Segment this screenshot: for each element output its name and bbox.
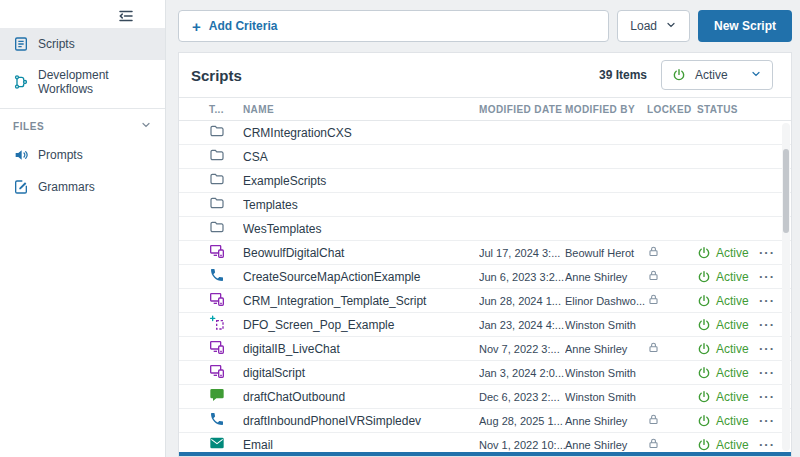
table-row[interactable]: CreateSourceMapActionExample Jun 6, 2023…	[179, 265, 791, 289]
power-icon	[697, 318, 711, 332]
digital-chat-icon	[209, 339, 225, 355]
table-row[interactable]: Templates	[179, 193, 791, 217]
row-menu-button[interactable]: ···	[759, 389, 775, 404]
modified-date: Dec 6, 2023 2:...	[479, 391, 565, 403]
lock-icon	[647, 437, 660, 450]
row-menu-button[interactable]: ···	[759, 341, 775, 356]
lock-icon	[647, 341, 660, 354]
status-text: Active	[716, 318, 749, 332]
add-criteria-button[interactable]: + Add Criteria	[178, 10, 609, 42]
modified-by: Anne Shirley	[565, 271, 647, 283]
table-row[interactable]: CRMIntegrationCXS	[179, 121, 791, 145]
panel-header: Scripts 39 Items Active	[179, 53, 791, 97]
table-row[interactable]: CSA	[179, 145, 791, 169]
script-name: draftInboundPhoneIVRSimpledev	[243, 414, 479, 428]
modified-by: Elinor Dashwo...	[565, 295, 647, 307]
sidebar-item-label: Development Workflows	[38, 68, 152, 96]
collapse-sidebar-icon[interactable]	[117, 7, 135, 25]
column-modified-by[interactable]: MODIFIED BY	[565, 104, 647, 115]
status-text: Active	[716, 414, 749, 428]
load-button[interactable]: Load	[617, 10, 690, 42]
row-menu-button[interactable]: ···	[759, 437, 775, 452]
column-status[interactable]: STATUS	[697, 104, 759, 115]
row-menu-button[interactable]: ···	[759, 365, 775, 380]
column-type[interactable]: T...	[209, 104, 243, 115]
power-icon	[697, 294, 711, 308]
row-menu-button[interactable]: ···	[759, 245, 775, 260]
script-name: DFO_Screen_Pop_Example	[243, 318, 479, 332]
table-row[interactable]: digitalIB_LiveChat Nov 7, 2022 3:... Ann…	[179, 337, 791, 361]
phone-icon	[209, 411, 225, 427]
sidebar-item-label: Scripts	[38, 37, 75, 51]
status-filter-dropdown[interactable]: Active	[661, 60, 773, 90]
table-row[interactable]: digitalScript Jan 3, 2024 2:0... Winston…	[179, 361, 791, 385]
folder-icon	[209, 195, 225, 211]
table-row[interactable]: DFO_Screen_Pop_Example Jan 23, 2024 4:..…	[179, 313, 791, 337]
sidebar-item-development-workflows[interactable]: Development Workflows	[0, 60, 165, 104]
table-row[interactable]: BeowulfDigitalChat Jul 17, 2024 3:... Be…	[179, 241, 791, 265]
status-cell: Active	[697, 438, 759, 452]
scripts-panel: Scripts 39 Items Active T... NAME MODIFI…	[178, 52, 792, 457]
scrollbar-thumb[interactable]	[783, 149, 789, 233]
table-row[interactable]: draftChatOutbound Dec 6, 2023 2:... Wins…	[179, 385, 791, 409]
modified-date: Aug 28, 2025 1...	[479, 415, 565, 427]
lock-icon	[647, 269, 660, 282]
app-window: Scripts Development Workflows FILES Prom…	[0, 0, 800, 457]
status-text: Active	[716, 366, 749, 380]
script-name: BeowulfDigitalChat	[243, 246, 479, 260]
prompts-icon	[13, 147, 29, 163]
column-name[interactable]: NAME	[243, 104, 479, 115]
status-cell: Active	[697, 414, 759, 428]
script-name: Templates	[243, 198, 479, 212]
column-modified-date[interactable]: MODIFIED DATE	[479, 104, 565, 115]
table-header: T... NAME MODIFIED DATE MODIFIED BY LOCK…	[179, 97, 791, 121]
toolbar: + Add Criteria Load New Script	[178, 10, 792, 42]
modified-date: Nov 1, 2022 10:...	[479, 439, 565, 451]
vertical-scrollbar[interactable]	[782, 123, 790, 451]
folder-icon	[209, 123, 225, 139]
status-cell: Active	[697, 318, 759, 332]
column-locked[interactable]: LOCKED	[647, 104, 697, 115]
sidebar: Scripts Development Workflows FILES Prom…	[0, 0, 166, 457]
scripts-icon	[13, 36, 29, 52]
power-icon	[697, 366, 711, 380]
digital-chat-icon	[209, 363, 225, 379]
files-section-header[interactable]: FILES	[0, 111, 165, 139]
modified-date: Jun 28, 2024 1...	[479, 295, 565, 307]
digital-chat-icon	[209, 291, 225, 307]
power-icon	[672, 68, 686, 82]
row-menu-button[interactable]: ···	[759, 293, 775, 308]
table-row[interactable]: CRM_Integration_Template_Script Jun 28, …	[179, 289, 791, 313]
sidebar-item-grammars[interactable]: Grammars	[0, 171, 165, 203]
modified-date: Jan 23, 2024 4:...	[479, 319, 565, 331]
chevron-down-icon	[140, 119, 152, 133]
table-row[interactable]: WesTemplates	[179, 217, 791, 241]
table-row[interactable]: ExampleScripts	[179, 169, 791, 193]
sidebar-item-scripts[interactable]: Scripts	[0, 28, 165, 60]
row-menu-button[interactable]: ···	[759, 317, 775, 332]
status-cell: Active	[697, 390, 759, 404]
new-script-button[interactable]: New Script	[698, 10, 792, 42]
script-name: WesTemplates	[243, 222, 479, 236]
sidebar-divider	[0, 108, 165, 109]
script-name: digitalScript	[243, 366, 479, 380]
load-label: Load	[630, 19, 657, 33]
status-cell: Active	[697, 342, 759, 356]
chevron-down-icon	[665, 19, 677, 34]
modified-by: Anne Shirley	[565, 439, 647, 451]
folder-icon	[209, 171, 225, 187]
email-icon	[209, 435, 225, 451]
status-cell: Active	[697, 270, 759, 284]
power-icon	[697, 270, 711, 284]
power-icon	[697, 246, 711, 260]
table-row[interactable]: draftInboundPhoneIVRSimpledev Aug 28, 20…	[179, 409, 791, 433]
add-criteria-label: Add Criteria	[209, 19, 278, 33]
status-cell: Active	[697, 366, 759, 380]
row-menu-button[interactable]: ···	[759, 413, 775, 428]
sidebar-item-prompts[interactable]: Prompts	[0, 139, 165, 171]
phone-icon	[209, 267, 225, 283]
table-body: CRMIntegrationCXS CSA Ex	[179, 121, 791, 456]
script-name: CRM_Integration_Template_Script	[243, 294, 479, 308]
row-menu-button[interactable]: ···	[759, 269, 775, 284]
items-count: 39 Items	[599, 68, 647, 82]
